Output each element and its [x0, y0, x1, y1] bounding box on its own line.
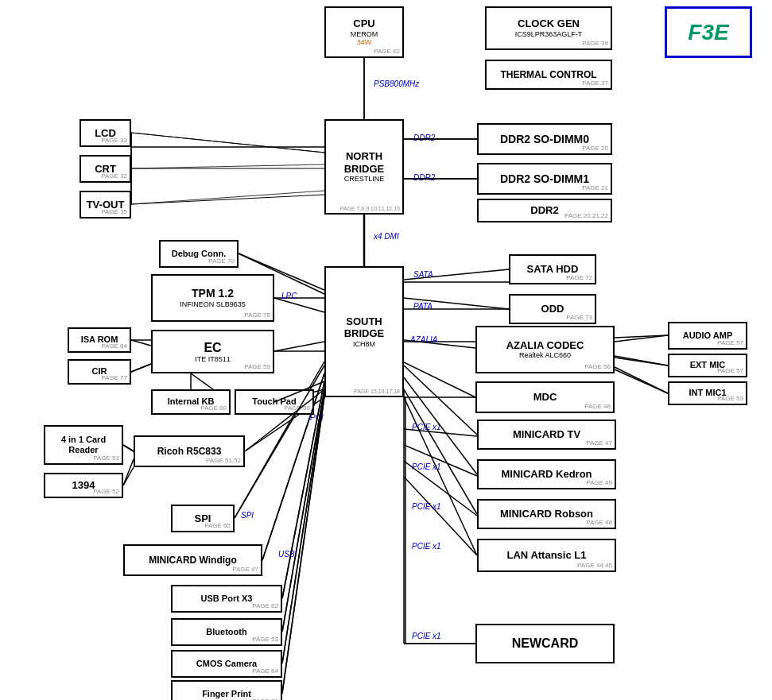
card-reader-block: 4 in 1 CardReader PAGE 53: [44, 425, 123, 465]
svg-line-54: [404, 389, 477, 514]
svg-line-62: [131, 364, 151, 372]
lpc-label: LPC: [281, 292, 297, 300]
finger-print-label: Finger Print: [202, 689, 251, 699]
nb-sub: CRESTLINE: [344, 175, 385, 184]
svg-line-30: [235, 362, 324, 518]
sata-hdd-block: SATA HDD PAGE 72: [509, 254, 596, 284]
clock-gen-block: CLOCK GEN ICS9LPR363AGLF-T PAGE 39: [485, 6, 612, 50]
ddr2-page: PAGE 20,21,22: [564, 212, 608, 219]
tvout-block: TV-OUT PAGE 35: [80, 191, 131, 219]
sata-hdd-page: PAGE 72: [566, 274, 592, 281]
nb-page: PAGE 7,8,9,10,11,12,13: [340, 206, 400, 211]
svg-line-61: [131, 340, 151, 346]
minicard-tv-page: PAGE 47: [586, 439, 612, 447]
svg-line-73: [282, 396, 324, 694]
ddr2-bot-label: DDR2: [413, 173, 435, 182]
isa-rom-block: ISA ROM PAGE 84: [68, 327, 131, 353]
minicard-robson-label: MINICARD Robson: [500, 508, 593, 520]
ec-block: EC ITE IT8511 PAGE 59: [151, 330, 274, 373]
ddr2-sodimm1-block: DDR2 SO-DIMM1 PAGE 21: [477, 163, 612, 195]
touch-pad-page: PAGE 60: [284, 404, 310, 412]
finger-print-block: Finger Print PAGE 31: [171, 680, 282, 700]
clock-gen-page: PAGE 39: [582, 40, 608, 47]
usb-port-x3-label: USB Port X3: [201, 594, 253, 604]
sb-page: PAGE 15,16,17,18: [354, 389, 400, 394]
svg-line-51: [404, 362, 475, 397]
south-bridge-block: SOUTHBRIDGE ICH8M PAGE 15,16,17,18: [324, 266, 404, 397]
tpm-block: TPM 1.2 INFINEON SLB9635 PAGE 78: [151, 274, 274, 322]
mdc-label: MDC: [533, 391, 557, 404]
minicard-robson-page: PAGE 48: [586, 519, 612, 526]
svg-line-12: [615, 369, 668, 393]
north-bridge-block: NORTHBRIDGE CRESTLINE PAGE 7,8,9,10,11,1…: [324, 119, 404, 215]
thermal-block: THERMAL CONTROL PAGE 37: [485, 60, 612, 90]
svg-line-39: [131, 164, 324, 168]
svg-line-34: [282, 393, 324, 663]
crt-block: CRT PAGE 32: [80, 155, 131, 183]
pcie-x1-2-label: PCIE x1: [412, 462, 441, 471]
psb-label: PSB800MHz: [374, 79, 419, 88]
int-mic1-page: PAGE 53: [717, 395, 743, 402]
svg-line-76: [131, 195, 324, 204]
cpu-label: CPU: [353, 17, 374, 30]
newcard-label: NEWCARD: [512, 636, 579, 651]
ext-mic-block: EXT MIC PAGE 57: [668, 354, 747, 377]
clock-gen-sub: ICS9LPR363AGLF-T: [515, 30, 583, 39]
f3e-label: F3E: [688, 20, 728, 45]
ddr2-sodimm0-page: PAGE 20: [582, 145, 608, 152]
sata-label: SATA: [413, 270, 433, 279]
cpu-block: CPU MEROM 34W PAGE 42: [324, 6, 404, 58]
odd-page: PAGE 73: [566, 314, 592, 321]
cmos-camera-block: CMOS Camera PAGE 64: [171, 650, 282, 678]
ddr2-sodimm1-label: DDR2 SO-DIMM1: [500, 172, 589, 186]
ddr2-top-label: DDR2: [413, 133, 435, 142]
tvout-page: PAGE 35: [101, 208, 127, 215]
svg-line-49: [615, 356, 668, 365]
ddr2-sodimm0-label: DDR2 SO-DIMM0: [500, 133, 589, 146]
svg-line-60: [274, 342, 324, 351]
lan-page: PAGE 44,45: [577, 562, 612, 569]
usb-label: USB: [278, 550, 295, 559]
internal-kb-page: PAGE 60: [200, 404, 227, 412]
pcie-x1-4-label: PCIE x1: [412, 542, 441, 551]
azalia-sub: Realtek ALC660: [519, 351, 571, 360]
usb-port-x3-block: USB Port X3 PAGE 62: [171, 585, 282, 613]
card-reader-page: PAGE 53: [93, 454, 119, 462]
svg-line-38: [131, 133, 324, 153]
svg-line-11: [615, 358, 668, 365]
tpm-sub: INFINEON SLB9635: [180, 300, 246, 309]
minicard-windigo-block: MINICARD Windigo PAGE 47: [123, 544, 262, 576]
svg-line-63: [191, 373, 213, 389]
clock-gen-label: CLOCK GEN: [518, 17, 580, 30]
int-mic1-block: INT MIC1 PAGE 53: [668, 381, 747, 405]
ec-page: PAGE 59: [244, 363, 270, 370]
svg-line-33: [282, 389, 324, 632]
r1394-label: 1394: [72, 479, 95, 492]
ext-mic-page: PAGE 57: [717, 367, 743, 374]
bluetooth-label: Bluetooth: [206, 627, 246, 637]
nb-label: NORTHBRIDGE: [344, 150, 385, 175]
pata-label: PATA: [413, 302, 433, 311]
cmos-camera-label: CMOS Camera: [196, 659, 257, 669]
bluetooth-page: PAGE 53: [252, 636, 278, 643]
cir-block: CIR PAGE 77: [68, 359, 131, 385]
svg-line-55: [404, 397, 477, 555]
odd-block: ODD PAGE 73: [509, 294, 596, 324]
svg-line-35: [282, 396, 324, 692]
sb-sub: ICH8M: [353, 340, 375, 349]
cir-page: PAGE 77: [101, 374, 127, 381]
ddr2-block: DDR2 PAGE 20,21,22: [477, 199, 612, 222]
azalia-label: AZALIA: [410, 335, 437, 344]
minicard-windigo-label: MINICARD Windigo: [149, 555, 237, 566]
minicard-kedron-label: MINICARD Kedron: [501, 468, 592, 481]
mdc-page: PAGE 48: [584, 403, 611, 410]
internal-kb-block: Internal KB PAGE 60: [151, 389, 231, 415]
svg-line-65: [123, 445, 134, 451]
svg-line-74: [131, 133, 324, 153]
svg-line-29: [123, 467, 134, 485]
ec-sub: ITE IT8511: [195, 355, 231, 364]
lcd-page: PAGE 33: [101, 137, 127, 144]
tpm-label: TPM 1.2: [192, 287, 234, 300]
azalia-page: PAGE 56: [584, 363, 611, 370]
spi-page: PAGE 65: [204, 522, 231, 529]
